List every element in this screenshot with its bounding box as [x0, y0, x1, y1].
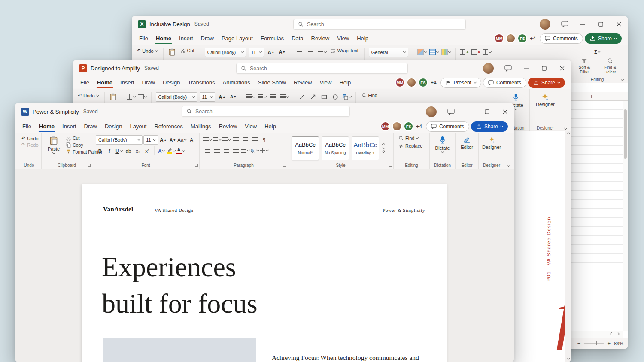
maximize-button[interactable] [478, 103, 496, 120]
ppt-menu-insert[interactable]: Insert [116, 77, 138, 88]
arrange-button[interactable] [342, 92, 351, 101]
font-size-select[interactable]: 11 [143, 135, 158, 145]
style-gallery-down-arrow[interactable] [382, 146, 385, 149]
document-heading[interactable]: Experiences built for focus [102, 249, 258, 322]
collapse-ribbon-chevron[interactable] [564, 127, 567, 130]
decrease-indent-button[interactable] [231, 135, 240, 144]
ppt-menu-review[interactable]: Review [290, 77, 316, 88]
superscript-button[interactable]: x² [143, 146, 152, 155]
replace-button[interactable]: Replace [397, 143, 426, 149]
word-menu-layout[interactable]: Layout [126, 121, 150, 132]
collaborator-avatar-mm[interactable]: MM [494, 33, 504, 43]
word-search-input[interactable] [195, 109, 345, 115]
collaborator-avatar-mm[interactable]: MM [395, 78, 405, 87]
align-center-button[interactable] [213, 146, 221, 155]
scrollbar-thumb[interactable] [624, 109, 627, 159]
vertical-scrollbar[interactable] [623, 101, 628, 331]
excel-menu-data[interactable]: Data [288, 33, 307, 44]
share-button[interactable]: Share [585, 33, 622, 44]
delete-cells-button[interactable]: × [471, 48, 480, 57]
font-name-select[interactable]: Calibri (Body) [96, 135, 143, 145]
document-page[interactable]: VanArsdel VA Shared Design Power & Simpl… [82, 184, 447, 362]
font-color-button[interactable]: A [176, 146, 185, 155]
excel-menu-formulas[interactable]: Formulas [257, 33, 288, 44]
present-button[interactable]: Present [440, 78, 481, 88]
ppt-menu-help[interactable]: Help [335, 77, 355, 88]
borders-button[interactable] [260, 146, 268, 155]
zoom-in-button[interactable]: + [607, 340, 611, 347]
user-avatar[interactable] [483, 63, 494, 74]
bullets-button[interactable] [246, 92, 255, 101]
shrink-font-button[interactable]: A▾ [229, 92, 237, 101]
align-button[interactable] [269, 92, 277, 101]
bold-button[interactable]: B [96, 146, 104, 155]
collaborator-overflow-count[interactable]: +4 [431, 80, 437, 86]
number-format-select[interactable]: General [369, 48, 408, 57]
scroll-left-arrow[interactable] [610, 332, 613, 335]
excel-search-box[interactable] [293, 19, 466, 30]
ppt-menu-design[interactable]: Design [159, 77, 184, 88]
zoom-slider[interactable] [584, 343, 604, 344]
collaborator-avatar-photo[interactable] [506, 33, 516, 43]
text-effects-button[interactable]: A [157, 146, 166, 155]
excel-menu-help[interactable]: Help [353, 33, 372, 44]
undo-button[interactable]: ↶ Undo [20, 135, 38, 142]
share-button[interactable]: Share [471, 121, 508, 132]
excel-undo-button[interactable]: ↶ Undo [135, 48, 159, 54]
sort-button[interactable] [250, 135, 259, 144]
maximize-button[interactable] [535, 60, 553, 76]
excel-menu-insert[interactable]: Insert [175, 33, 197, 44]
word-menu-design[interactable]: Design [101, 121, 126, 132]
minimize-button[interactable] [460, 103, 478, 120]
slide-vertical-label[interactable]: P01 VA Shared Design [546, 217, 551, 281]
excel-menu-view[interactable]: View [333, 33, 353, 44]
slide-layout-button[interactable] [138, 92, 147, 101]
align-left-button[interactable] [203, 146, 212, 155]
slide-scrollbar[interactable] [565, 131, 571, 362]
excel-font-size-select[interactable]: 11 [249, 48, 264, 57]
chat-icon[interactable] [556, 16, 574, 32]
chat-icon[interactable] [442, 103, 460, 120]
scroll-down-arrow[interactable] [567, 357, 570, 360]
highlight-color-button[interactable] [167, 146, 175, 155]
new-slide-button[interactable] [127, 92, 135, 101]
maximize-button[interactable] [592, 16, 610, 32]
ppt-titlebar[interactable]: P Designed to Amplify Saved [73, 60, 571, 76]
collaborator-overflow-count[interactable]: +4 [416, 124, 422, 130]
word-menu-references[interactable]: References [150, 121, 186, 132]
column-header-e[interactable]: E [570, 92, 615, 101]
share-button[interactable]: Share [528, 78, 565, 88]
editor-button[interactable]: Editor [458, 135, 476, 151]
collaborator-avatar-mm[interactable]: MM [380, 121, 390, 131]
word-menu-review[interactable]: Review [215, 121, 241, 132]
style-gallery-more-arrow[interactable] [382, 149, 385, 152]
zoom-out-button[interactable]: − [577, 340, 581, 347]
redo-button[interactable]: ↷ Redo [20, 142, 38, 148]
collaborator-overflow-count[interactable]: +4 [530, 36, 536, 42]
ppt-undo-button[interactable]: ↶ Undo [76, 92, 100, 99]
align-top-button[interactable] [295, 48, 304, 57]
justify-button[interactable] [231, 146, 240, 155]
shape-line-tool[interactable] [298, 92, 306, 101]
insert-cells-button[interactable]: + [460, 48, 469, 57]
collapse-ribbon-chevron[interactable] [507, 164, 510, 167]
ppt-search-input[interactable] [250, 66, 403, 72]
excel-paste-button[interactable] [168, 48, 176, 57]
align-middle-button[interactable] [307, 48, 315, 57]
user-avatar[interactable] [540, 19, 550, 30]
shape-ellipse-tool[interactable] [331, 92, 340, 101]
ppt-find-button[interactable]: Find [360, 92, 379, 98]
shrink-font-button[interactable]: A▾ [278, 48, 286, 57]
autosum-button[interactable]: Σ [593, 47, 601, 56]
style-gallery-up-arrow[interactable] [382, 142, 385, 145]
collaborator-avatar-fs[interactable]: FS [418, 78, 428, 87]
word-menu-file[interactable]: File [18, 121, 35, 132]
increase-indent-button[interactable] [241, 135, 249, 144]
show-paragraph-marks-button[interactable]: ¶ [260, 135, 268, 144]
close-button[interactable] [610, 16, 628, 32]
collaborator-avatar-photo[interactable] [392, 121, 402, 131]
italic-button[interactable]: I [105, 146, 114, 155]
comments-button[interactable]: Comments [483, 78, 526, 88]
grow-font-button[interactable]: A▴ [267, 48, 275, 57]
excel-menu-page-layout[interactable]: Page Layout [218, 33, 257, 44]
